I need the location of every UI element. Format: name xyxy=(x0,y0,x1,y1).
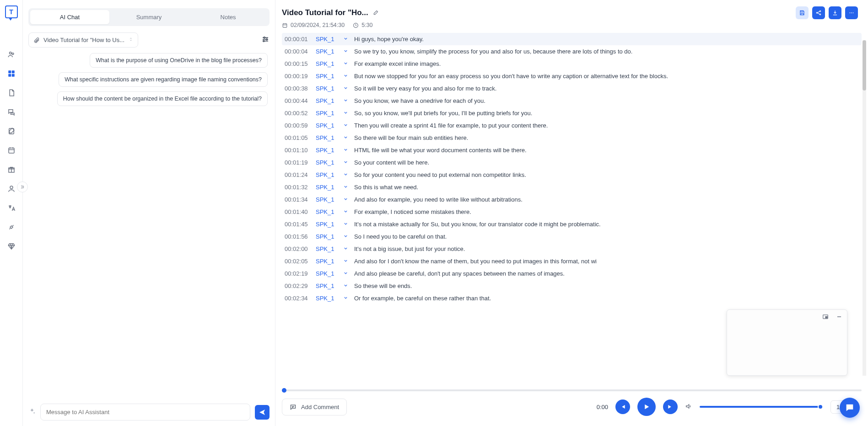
transcript-row[interactable]: 00:02:34SPK_1Or for example, be careful … xyxy=(282,292,862,304)
filter-settings-button[interactable] xyxy=(261,35,270,45)
chevron-down-icon[interactable] xyxy=(343,122,350,129)
chevron-down-icon[interactable] xyxy=(343,270,350,277)
chevron-down-icon[interactable] xyxy=(343,36,350,43)
transcript-row[interactable]: 00:00:15SPK_1For example excel inline im… xyxy=(282,58,862,70)
speaker-label[interactable]: SPK_1 xyxy=(316,208,339,215)
chevron-down-icon[interactable] xyxy=(343,134,350,141)
speaker-label[interactable]: SPK_1 xyxy=(316,85,339,92)
minimize-button[interactable] xyxy=(834,313,844,322)
chevron-down-icon[interactable] xyxy=(343,73,350,80)
expand-sidebar-button[interactable] xyxy=(17,181,28,192)
volume-handle[interactable] xyxy=(818,404,823,410)
transcript-row[interactable]: 00:01:56SPK_1So I need you to be careful… xyxy=(282,230,862,243)
save-button[interactable] xyxy=(796,6,809,19)
speaker-label[interactable]: SPK_1 xyxy=(316,295,339,302)
comments-icon[interactable] xyxy=(6,107,16,117)
share-button[interactable] xyxy=(812,6,825,19)
plug-icon[interactable] xyxy=(6,222,16,232)
speaker-label[interactable]: SPK_1 xyxy=(316,221,339,228)
chevron-down-icon[interactable] xyxy=(343,97,350,104)
chevron-down-icon[interactable] xyxy=(343,85,350,92)
transcript-row[interactable]: 00:00:52SPK_1So, so you know, we'll put … xyxy=(282,107,862,119)
volume-icon[interactable] xyxy=(685,403,692,411)
chevron-down-icon[interactable] xyxy=(343,159,350,166)
chevron-down-icon[interactable] xyxy=(343,171,350,178)
speaker-label[interactable]: SPK_1 xyxy=(316,122,339,129)
tab-summary[interactable]: Summary xyxy=(109,10,189,24)
chevron-down-icon[interactable] xyxy=(343,233,350,240)
progress-handle[interactable] xyxy=(282,388,286,393)
chevron-down-icon[interactable] xyxy=(343,282,350,289)
speaker-label[interactable]: SPK_1 xyxy=(316,258,339,265)
send-button[interactable] xyxy=(255,405,270,420)
gift-icon[interactable] xyxy=(6,165,16,175)
transcript-row[interactable]: 00:01:45SPK_1It's not a mistake actually… xyxy=(282,218,862,230)
chevron-down-icon[interactable] xyxy=(343,196,350,203)
progress-bar[interactable] xyxy=(282,389,862,391)
speaker-label[interactable]: SPK_1 xyxy=(316,245,339,252)
speaker-label[interactable]: SPK_1 xyxy=(316,159,339,166)
speaker-label[interactable]: SPK_1 xyxy=(316,147,339,154)
transcript-row[interactable]: 00:01:10SPK_1HTML file will be what your… xyxy=(282,144,862,156)
speaker-label[interactable]: SPK_1 xyxy=(316,171,339,178)
chevron-down-icon[interactable] xyxy=(343,245,350,252)
speaker-label[interactable]: SPK_1 xyxy=(316,73,339,80)
transcript-row[interactable]: 00:00:01SPK_1Hi guys, hope you're okay. xyxy=(282,33,862,45)
document-icon[interactable] xyxy=(6,88,16,98)
next-button[interactable] xyxy=(663,399,678,414)
speaker-label[interactable]: SPK_1 xyxy=(316,282,339,289)
speaker-label[interactable]: SPK_1 xyxy=(316,196,339,203)
speaker-label[interactable]: SPK_1 xyxy=(316,110,339,117)
video-thumbnail[interactable] xyxy=(727,309,847,376)
chevron-down-icon[interactable] xyxy=(343,258,350,265)
transcript-row[interactable]: 00:00:44SPK_1So you know, we have a oned… xyxy=(282,95,862,107)
transcript-row[interactable]: 00:01:05SPK_1So there will be four main … xyxy=(282,132,862,144)
chevron-down-icon[interactable] xyxy=(343,147,350,154)
transcript-row[interactable]: 00:01:19SPK_1So your content will be her… xyxy=(282,156,862,169)
transcript-row[interactable]: 00:01:40SPK_1For example, I noticed some… xyxy=(282,206,862,218)
add-comment-button[interactable]: Add Comment xyxy=(282,399,347,415)
pip-button[interactable] xyxy=(820,313,830,322)
speaker-label[interactable]: SPK_1 xyxy=(316,48,339,55)
scrollbar-rail[interactable] xyxy=(863,40,866,376)
transcript-row[interactable]: 00:01:24SPK_1So for your content you nee… xyxy=(282,169,862,181)
speaker-label[interactable]: SPK_1 xyxy=(316,134,339,141)
suggestion-item[interactable]: What is the purpose of using OneDrive in… xyxy=(90,53,268,68)
user-icon[interactable] xyxy=(6,184,16,194)
chevron-down-icon[interactable] xyxy=(343,295,350,302)
transcript-row[interactable]: 00:01:34SPK_1And also for example, you n… xyxy=(282,193,862,206)
app-logo[interactable]: T xyxy=(5,5,18,18)
transcript-row[interactable]: 00:02:19SPK_1And also please be careful,… xyxy=(282,267,862,280)
speaker-label[interactable]: SPK_1 xyxy=(316,60,339,67)
transcript-row[interactable]: 00:02:00SPK_1It's not a big issue, but j… xyxy=(282,243,862,255)
chevron-down-icon[interactable] xyxy=(343,184,350,191)
chevron-down-icon[interactable] xyxy=(343,208,350,215)
play-button[interactable] xyxy=(637,398,656,416)
tab-notes[interactable]: Notes xyxy=(189,10,268,24)
speaker-label[interactable]: SPK_1 xyxy=(316,36,339,43)
speaker-label[interactable]: SPK_1 xyxy=(316,184,339,191)
transcript-row[interactable]: 00:00:59SPK_1Then you will create a spri… xyxy=(282,119,862,132)
transcript-row[interactable]: 00:00:04SPK_1So we try to, you know, sim… xyxy=(282,45,862,58)
volume-bar[interactable] xyxy=(700,406,823,408)
chevron-down-icon[interactable] xyxy=(343,221,350,228)
chevron-down-icon[interactable] xyxy=(343,110,350,117)
speaker-label[interactable]: SPK_1 xyxy=(316,97,339,104)
speaker-label[interactable]: SPK_1 xyxy=(316,270,339,277)
calendar-icon[interactable] xyxy=(6,145,16,155)
suggestion-item[interactable]: How should the content be organized in t… xyxy=(57,91,268,106)
more-button[interactable] xyxy=(845,6,858,19)
transcript-row[interactable]: 00:02:05SPK_1And also for I don't know t… xyxy=(282,255,862,267)
transcript-row[interactable]: 00:00:19SPK_1But now we stopped for you … xyxy=(282,70,862,82)
message-input[interactable] xyxy=(40,404,250,421)
transcript-row[interactable]: 00:00:38SPK_1So it will be very easy for… xyxy=(282,82,862,95)
file-selector[interactable]: Video Tutorial for "How to Us... xyxy=(28,32,138,48)
translate-icon[interactable] xyxy=(6,203,16,213)
people-icon[interactable] xyxy=(6,49,16,59)
diamond-icon[interactable] xyxy=(6,241,16,251)
edit-title-button[interactable] xyxy=(373,9,379,17)
transcript-row[interactable]: 00:02:29SPK_1So these will be ends. xyxy=(282,280,862,292)
suggestion-item[interactable]: What specific instructions are given reg… xyxy=(59,72,268,87)
download-button[interactable] xyxy=(829,6,841,19)
transcript-row[interactable]: 00:01:32SPK_1So this is what we need. xyxy=(282,181,862,193)
